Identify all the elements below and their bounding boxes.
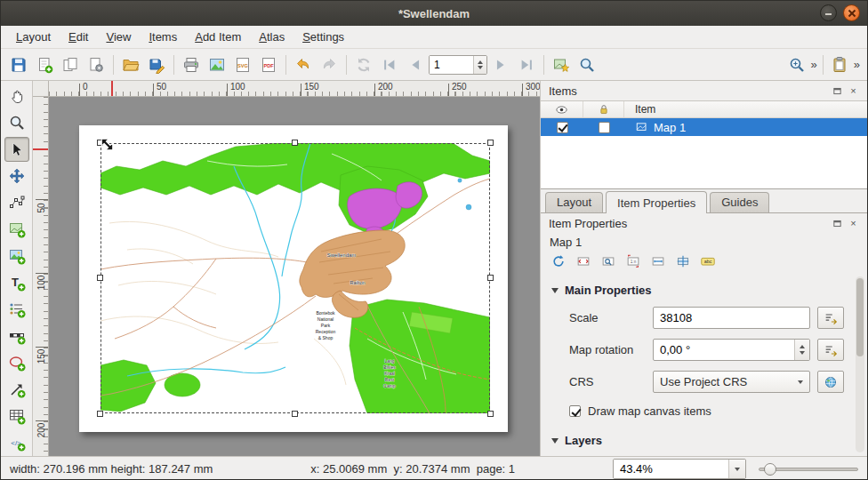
zoom-tool-button-left[interactable] [4,110,29,135]
menu-view[interactable]: View [98,28,139,46]
labeling-settings-button[interactable]: abc [697,252,719,271]
atlas-settings-button[interactable] [549,52,574,77]
resize-handle-middle-left[interactable] [97,275,103,281]
move-item-content-button[interactable] [4,164,29,188]
map-rotation-input[interactable] [654,343,794,356]
menu-items[interactable]: Items [141,28,185,46]
layout-page[interactable]: Swellendam Railton Bontebok National Par… [79,125,508,432]
group-layers[interactable]: Layers [551,434,844,447]
first-feature-button[interactable] [377,52,402,77]
float-panel-icon[interactable] [832,218,843,229]
tab-item-properties[interactable]: Item Properties [606,191,707,213]
view-scale-in-canvas-button[interactable] [647,252,669,271]
clipboard-button[interactable] [827,52,852,77]
zoom-level-input[interactable] [614,460,728,478]
export-image-button[interactable] [205,52,229,77]
lock-checkbox[interactable] [599,122,610,133]
set-map-scale-button[interactable]: 1:n [623,252,644,271]
resize-handle-bottom-right[interactable] [487,411,494,417]
undo-icon [294,56,312,74]
minimize-button[interactable] [820,4,837,21]
toolbar-overflow-chevron[interactable]: » [809,58,819,71]
edit-nodes-button[interactable] [4,190,29,215]
view-extent-in-canvas-button[interactable] [598,252,619,271]
interactively-edit-extent-button[interactable] [672,252,694,271]
menu-atlas[interactable]: Atlas [251,28,293,46]
add-arrow-button[interactable] [4,377,29,402]
layout-manager-button[interactable] [84,52,108,77]
zoom-tool-button[interactable] [784,52,809,77]
save-as-template-button[interactable] [144,52,169,77]
new-layout-button[interactable] [32,52,57,77]
add-html-button[interactable]: </> [4,430,29,455]
open-layout-button[interactable] [118,52,143,77]
visibility-checkbox[interactable] [557,122,568,133]
tab-layout[interactable]: Layout [545,192,603,212]
redo-button[interactable] [317,52,342,77]
update-map-preview-button[interactable] [548,252,569,271]
save-button[interactable] [6,52,31,77]
add-picture-button[interactable] [4,244,29,268]
menu-layout[interactable]: Layout [8,28,59,46]
select-crs-button[interactable] [817,371,844,393]
close-panel-icon[interactable]: × [848,85,859,97]
export-svg-button[interactable]: SVG [230,52,255,77]
export-pdf-button[interactable]: PDF [256,52,281,77]
items-row-map1[interactable]: Map 1 [541,118,867,136]
layout-canvas[interactable]: Swellendam Railton Bontebok National Par… [49,97,540,456]
group-main-properties[interactable]: Main Properties [551,284,844,297]
menu-add-item[interactable]: Add Item [187,28,249,46]
scale-input[interactable] [654,311,809,324]
refresh-view-button[interactable] [351,52,376,77]
resize-handle-middle-right[interactable] [487,275,494,281]
resize-handle-bottom-left[interactable] [97,411,103,417]
properties-scrollbar[interactable] [856,276,864,452]
atlas-page-input[interactable] [430,56,473,74]
close-panel-icon[interactable]: × [848,218,859,229]
print-button[interactable] [179,52,204,77]
duplicate-layout-button[interactable] [58,52,83,77]
resize-handle-top-right[interactable] [487,140,494,146]
rotation-spin-buttons[interactable] [794,340,809,360]
draw-map-canvas-items-checkbox[interactable] [569,405,581,417]
last-feature-button[interactable] [514,52,539,77]
pan-hand-icon [8,87,26,105]
resize-handle-bottom-middle[interactable] [292,411,298,417]
next-feature-button[interactable] [488,52,513,77]
undo-button[interactable] [291,52,316,77]
zoom-slider-thumb[interactable] [764,463,776,476]
resize-handle-top-middle[interactable] [292,140,298,146]
zoom-dropdown-button[interactable] [728,460,745,478]
page-spin-buttons[interactable] [473,56,486,74]
dropdown-arrow-icon [798,380,803,384]
toolbar-overflow-chevron-2[interactable]: » [852,58,862,71]
menu-edit[interactable]: Edit [60,28,96,46]
add-legend-button[interactable] [4,297,29,322]
zoom-slider[interactable] [759,460,858,478]
add-scalebar-button[interactable] [4,324,29,348]
preview-atlas-button[interactable] [575,52,599,77]
rotation-data-defined-button[interactable] [817,339,844,361]
add-table-button[interactable] [4,404,29,428]
select-move-item-button[interactable] [4,137,29,162]
set-map-extent-button[interactable] [573,252,594,271]
scale-data-defined-button[interactable] [817,307,844,329]
map-item[interactable]: Swellendam Railton Bontebok National Par… [100,143,490,413]
tab-guides[interactable]: Guides [710,192,769,212]
scale-field[interactable] [653,307,810,329]
ruler-label: 300 [526,82,540,92]
previous-feature-button[interactable] [403,52,428,77]
titlebar[interactable]: *Swellendam [1,1,867,26]
draw-map-canvas-items-row[interactable]: Draw map canvas items [569,404,844,418]
crs-combobox[interactable]: Use Project CRS [653,371,810,393]
close-button[interactable] [843,4,860,21]
map-rotation-spinbox[interactable] [653,339,810,361]
float-panel-icon[interactable] [832,85,843,97]
pan-tool-button[interactable] [4,84,29,108]
zoom-level-combobox[interactable] [613,459,746,479]
add-shape-button[interactable] [4,350,29,375]
add-map-button[interactable] [4,217,29,242]
atlas-page-field[interactable] [429,55,487,75]
menu-settings[interactable]: Settings [294,28,352,46]
add-label-button[interactable]: T [4,270,29,295]
